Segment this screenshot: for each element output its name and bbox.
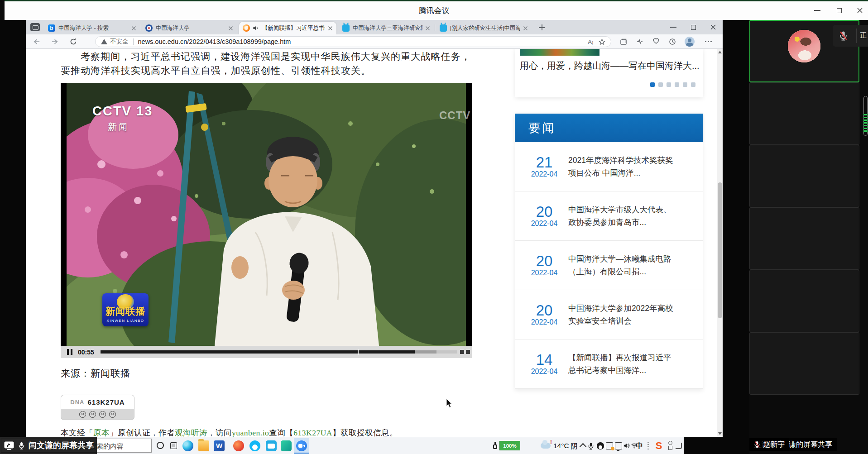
tray-expand-icon[interactable]	[580, 443, 587, 450]
video-playhead[interactable]	[358, 349, 359, 355]
sogou-input-icon[interactable]: S	[653, 440, 665, 452]
yuanben-io-link[interactable]: yuanben.io	[232, 428, 269, 437]
tray-mic-icon[interactable]	[588, 442, 595, 449]
taskbar-qq-browser-icon[interactable]	[233, 440, 244, 451]
author-link[interactable]: 观海听涛	[175, 428, 207, 437]
collections-icon[interactable]	[620, 38, 628, 45]
floating-mini-toolbar[interactable]: 正	[833, 25, 868, 47]
page-scrollbar[interactable]	[717, 49, 723, 437]
taskbar-qq-icon[interactable]	[249, 440, 260, 451]
volume-icon[interactable]	[460, 350, 464, 354]
taskbar-meeting-active-slot[interactable]	[294, 438, 309, 454]
new-tab-button[interactable]	[538, 24, 546, 31]
profile-avatar[interactable]	[685, 37, 695, 47]
scroll-up-icon[interactable]	[718, 51, 722, 53]
meeting-maximize-button[interactable]	[833, 6, 845, 14]
participant-tile[interactable]: 索雅茹	[749, 82, 859, 145]
tray-volume-icon[interactable]	[623, 442, 630, 449]
tab-sanya-institute[interactable]: 中国海洋大学三亚海洋研究院_搜	[339, 22, 434, 34]
participant-tile[interactable]: 吴淑婷	[749, 270, 859, 332]
meeting-minimize-button[interactable]	[811, 6, 823, 14]
tab-ouc-search[interactable]: b 中国海洋大学 - 搜索	[44, 22, 140, 34]
favorites-bar-icon[interactable]	[652, 38, 661, 45]
carousel-card: 用心，用爱，跨越山海——写在中国海洋大...	[515, 49, 703, 97]
pause-button[interactable]	[67, 349, 72, 355]
ime-toolbar-icon[interactable]	[667, 441, 674, 451]
fullscreen-icon[interactable]	[466, 350, 470, 354]
news-item[interactable]: 142022-04 【新闻联播】再次报道习近平总书记考察中国海洋...	[515, 339, 703, 389]
taskbar-explorer-icon[interactable]	[198, 440, 209, 451]
carousel-title[interactable]: 用心，用爱，跨越山海——写在中国海洋大...	[520, 60, 700, 72]
tab-actions-icon[interactable]	[30, 23, 40, 31]
tray-qq-icon[interactable]	[597, 442, 604, 449]
news-item[interactable]: 202022-04 中国海洋大学市级人大代表、政协委员参加青岛市...	[515, 191, 703, 241]
browser-close-button[interactable]	[707, 23, 719, 31]
taskbar-edge-icon[interactable]	[182, 440, 193, 451]
tab-news-active[interactable]: 【新闻联播】习近平总书记	[239, 22, 336, 34]
weather-icon[interactable]	[541, 443, 551, 449]
mic-icon	[18, 441, 25, 450]
news-section-header: 要闻	[515, 114, 703, 142]
cctv13-logo: CCTV 13	[92, 104, 153, 119]
scrollbar-thumb[interactable]	[718, 182, 722, 318]
tray-display-icon[interactable]	[615, 442, 622, 449]
participant-tile[interactable]: 林怡婷	[749, 207, 859, 270]
cc-license-icon	[79, 411, 86, 418]
taskbar-bilibili-icon[interactable]	[266, 440, 277, 451]
carousel-dots[interactable]	[650, 82, 695, 87]
cortana-icon[interactable]	[157, 442, 164, 449]
notification-corner-icon[interactable]	[676, 443, 682, 449]
video-progress-bar[interactable]	[101, 350, 457, 354]
security-label: 不安全	[110, 38, 129, 46]
temperature-label[interactable]: 14°C	[553, 442, 569, 450]
tab-close-icon[interactable]	[131, 26, 136, 31]
meeting-close-button[interactable]	[854, 6, 866, 14]
address-bar[interactable]: 不安全 news.ouc.edu.cn/2022/0413/c309a10899…	[95, 36, 611, 47]
history-icon[interactable]	[669, 38, 677, 45]
yuanben-dna-badge[interactable]: DNA 613K27UA	[61, 395, 134, 420]
news-title-line: 实验室安全培训会	[568, 315, 673, 327]
browser-essentials-icon[interactable]	[636, 38, 644, 45]
back-icon[interactable]	[31, 37, 41, 46]
news-video-player[interactable]: CCTV 13 新闻 CCTV 新闻联播 XINWEN LIANBO 00:55	[61, 83, 472, 358]
settings-ellipsis-icon[interactable]	[705, 41, 712, 43]
news-item[interactable]: 202022-04 中国海洋大学—沐曦集成电路（上海）有限公司捐...	[515, 241, 703, 290]
browser-maximize-button[interactable]	[687, 23, 700, 31]
dna-code-link[interactable]: 613K27UA	[293, 428, 332, 437]
scroll-down-icon[interactable]	[718, 432, 722, 435]
tab-grad-life[interactable]: [别人家的研究生生活]中国海洋大	[436, 22, 532, 34]
tab-title: 中国海洋大学 - 搜索	[58, 24, 129, 32]
read-aloud-icon[interactable]: A)	[588, 38, 593, 45]
tencent-meeting-window: 腾讯会议 b 中国海洋大学 - 搜索 中国海洋大学	[0, 0, 868, 454]
address-divider	[133, 38, 134, 45]
carousel-image[interactable]	[520, 49, 599, 56]
weather-label[interactable]: 阴	[571, 442, 578, 451]
footer-text: 本文经「	[61, 428, 93, 437]
tab-audio-icon[interactable]	[252, 25, 259, 31]
tab-ouc-home[interactable]: 中国海洋大学	[142, 22, 237, 34]
audio-level-indicator	[863, 114, 868, 133]
battery-indicator[interactable]: 100%	[493, 441, 520, 450]
news-item[interactable]: 212022-04 2021年度海洋科学技术奖获奖项目公布 中国海洋...	[515, 142, 703, 191]
favorites-star-icon[interactable]	[599, 38, 605, 45]
participant-tile[interactable]: 赵新宇	[749, 332, 859, 395]
mic-muted-icon[interactable]	[839, 30, 848, 41]
tab-title: 中国海洋大学	[156, 24, 225, 32]
tab-close-icon[interactable]	[523, 26, 528, 31]
forward-icon[interactable]	[50, 37, 60, 46]
tab-close-icon[interactable]	[228, 26, 233, 31]
tab-close-icon[interactable]	[425, 26, 430, 31]
taskbar-docs-icon[interactable]	[281, 440, 292, 451]
taskbar-word-icon[interactable]: W	[214, 440, 225, 451]
cctv-watermark: CCTV	[439, 109, 470, 122]
url-text[interactable]: news.ouc.edu.cn/2022/0413/c309a108999/pa…	[138, 38, 585, 45]
tray-message-icon[interactable]	[606, 442, 613, 449]
task-view-icon[interactable]	[170, 442, 177, 449]
ime-indicator[interactable]: 中	[636, 441, 643, 451]
tab-close-icon[interactable]	[328, 26, 333, 31]
yuanben-link[interactable]: 原本	[93, 428, 110, 437]
browser-minimize-button[interactable]	[667, 23, 680, 31]
news-item[interactable]: 202022-04 中国海洋大学参加2022年高校实验室安全培训会	[515, 290, 703, 339]
participant-tile[interactable]: 冯雅琪	[749, 145, 859, 207]
refresh-icon[interactable]	[68, 37, 78, 46]
